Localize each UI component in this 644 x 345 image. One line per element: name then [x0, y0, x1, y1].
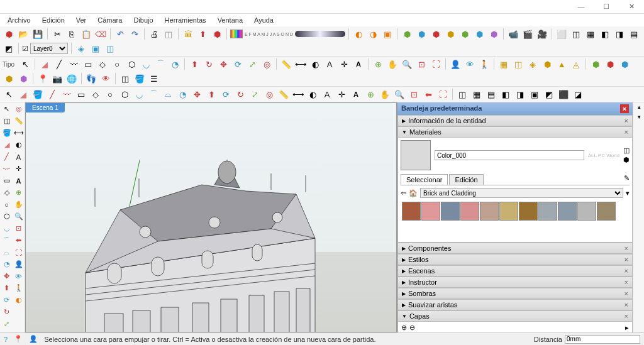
- t3-tape-icon[interactable]: 📏: [277, 88, 290, 101]
- cube5-icon[interactable]: ⬢: [458, 28, 471, 40]
- rotrect-icon[interactable]: ◇: [96, 58, 109, 70]
- lt-comp-icon[interactable]: ◫: [1, 116, 12, 126]
- material-swatch[interactable]: [421, 202, 440, 221]
- lt-free-icon[interactable]: 〰: [1, 163, 12, 174]
- zoom-icon[interactable]: 🔍: [401, 58, 413, 70]
- viewport[interactable]: Escena 1: [25, 102, 397, 332]
- t3-prev-icon[interactable]: ⬅: [422, 88, 435, 101]
- panel-soften[interactable]: ▶Suavizar aristas×: [397, 299, 633, 310]
- t3-zoom-icon[interactable]: 🔍: [393, 88, 406, 101]
- lt-rrect-icon[interactable]: ◇: [1, 187, 12, 198]
- loc-icon[interactable]: 📍: [36, 72, 49, 85]
- t3-poly-icon[interactable]: ⬡: [118, 88, 131, 101]
- look-icon[interactable]: 👁: [464, 58, 476, 70]
- t3-s1-icon[interactable]: ◫: [456, 88, 469, 101]
- lt-arc1-icon[interactable]: ◡: [1, 223, 12, 234]
- section-display-icon[interactable]: ◑: [367, 28, 379, 40]
- 3dtext-icon[interactable]: A: [352, 58, 365, 70]
- sand4-icon[interactable]: ⬢: [541, 58, 553, 70]
- lt-rect-icon[interactable]: ▭: [1, 175, 12, 186]
- t3-pie-icon[interactable]: ◔: [176, 88, 189, 101]
- top-icon[interactable]: ▣: [89, 42, 102, 55]
- lt-orbit-icon[interactable]: ⊕: [13, 187, 24, 198]
- arc2-icon[interactable]: ⌒: [154, 58, 167, 70]
- lt-dim-icon[interactable]: ⟷: [13, 128, 24, 138]
- solid4-icon[interactable]: ⬢: [3, 72, 15, 85]
- material-swatch[interactable]: [519, 202, 538, 221]
- lt-circ-icon[interactable]: ○: [1, 199, 12, 210]
- section-icon[interactable]: ◐: [352, 28, 365, 40]
- library-select[interactable]: Brick and Cladding: [420, 188, 623, 198]
- lt-zoom-icon[interactable]: 🔍: [13, 211, 24, 222]
- lt-erase-icon[interactable]: ◢: [1, 140, 12, 150]
- layer-select[interactable]: Layer0: [30, 43, 68, 54]
- distance-input[interactable]: [565, 335, 640, 344]
- panel-components[interactable]: ▶Componentes×: [397, 243, 633, 254]
- t3-zext-icon[interactable]: ⛶: [436, 88, 449, 101]
- panel-shadows[interactable]: ▶Sombras×: [397, 288, 633, 299]
- scale-icon[interactable]: ⤢: [246, 58, 258, 70]
- scroll-up-icon[interactable]: ▴: [635, 104, 643, 112]
- arc-icon[interactable]: ◡: [140, 58, 152, 70]
- panel-styles[interactable]: ▶Estilos×: [397, 254, 633, 265]
- style5-icon[interactable]: ◨: [613, 28, 626, 40]
- home-icon[interactable]: 🏠: [409, 189, 418, 197]
- status-geo-icon[interactable]: 📍: [14, 335, 23, 343]
- erase-icon[interactable]: ⌫: [94, 28, 107, 40]
- lt-pos-icon[interactable]: 👤: [13, 259, 24, 270]
- zoomext-icon[interactable]: ⛶: [430, 58, 442, 70]
- material-swatch[interactable]: [480, 202, 499, 221]
- remove-layer-icon[interactable]: ⊖: [409, 324, 415, 332]
- t3-s8-icon[interactable]: ⬛: [557, 88, 570, 101]
- material-swatch[interactable]: [597, 202, 616, 221]
- material-swatch[interactable]: [441, 202, 460, 221]
- orbit-icon[interactable]: ⊕: [372, 58, 384, 70]
- layer-check[interactable]: ☑: [22, 45, 28, 53]
- solid5-icon[interactable]: ⬢: [17, 72, 30, 85]
- sand6-icon[interactable]: ◬: [570, 58, 582, 70]
- lt-zwin-icon[interactable]: ⊡: [13, 223, 24, 234]
- scene-tab[interactable]: Escena 1: [26, 103, 65, 112]
- tab-edicion[interactable]: Edición: [449, 174, 483, 185]
- t3-eraser-icon[interactable]: ◢: [17, 88, 30, 101]
- material-swatch[interactable]: [558, 202, 577, 221]
- paste-icon[interactable]: 📋: [80, 28, 92, 40]
- menu-dibujo[interactable]: Dibujo: [128, 15, 158, 25]
- lt-tape-icon[interactable]: 📏: [13, 116, 24, 126]
- t3-scale-icon[interactable]: ⤢: [248, 88, 261, 101]
- camera1-icon[interactable]: 📹: [507, 28, 519, 40]
- solid3-icon[interactable]: ⬢: [618, 58, 631, 70]
- walk-icon[interactable]: 🚶: [478, 58, 491, 70]
- camera3-icon[interactable]: 🎥: [536, 28, 548, 40]
- eraser-icon[interactable]: ◢: [38, 58, 51, 70]
- model-icon[interactable]: ◫: [162, 28, 175, 40]
- cube6-icon[interactable]: ⬢: [473, 28, 486, 40]
- circle-icon[interactable]: ○: [111, 58, 123, 70]
- rect-icon[interactable]: ▭: [82, 58, 94, 70]
- t3-rrect-icon[interactable]: ◇: [89, 88, 102, 101]
- push-icon[interactable]: ⬆: [188, 58, 201, 70]
- lt-pie-icon[interactable]: ◔: [1, 259, 12, 270]
- style7-icon[interactable]: ◩: [3, 42, 15, 55]
- t3-s3-icon[interactable]: ▤: [485, 88, 497, 101]
- lt-zext-icon[interactable]: ⛶: [13, 247, 24, 258]
- lt-arc3-icon[interactable]: ⌓: [1, 247, 12, 258]
- t3-arc3-icon[interactable]: ⌓: [162, 88, 174, 101]
- style4-icon[interactable]: ◧: [599, 28, 611, 40]
- lib-menu-icon[interactable]: ▾: [626, 189, 630, 197]
- material-swatch[interactable]: [538, 202, 557, 221]
- redo-icon[interactable]: ↷: [128, 28, 141, 40]
- t3-prot-icon[interactable]: ◐: [306, 88, 319, 101]
- lt-fol-icon[interactable]: ↻: [1, 307, 12, 317]
- panel-materials[interactable]: ▼Materiales×: [397, 126, 633, 138]
- t3-line-icon[interactable]: ╱: [46, 88, 58, 101]
- walk2-icon[interactable]: 👣: [85, 72, 97, 85]
- lt-prot-icon[interactable]: ◐: [13, 140, 24, 150]
- front-icon[interactable]: ◫: [104, 42, 116, 55]
- material-swatch[interactable]: [577, 202, 596, 221]
- t3-paint-icon[interactable]: 🪣: [31, 88, 44, 101]
- zoomwin-icon[interactable]: ⊡: [415, 58, 428, 70]
- back-icon[interactable]: ⇦: [401, 189, 406, 197]
- scroll-down-icon[interactable]: ▾: [635, 114, 643, 123]
- panel-info[interactable]: ▶Información de la entidad×: [397, 115, 633, 126]
